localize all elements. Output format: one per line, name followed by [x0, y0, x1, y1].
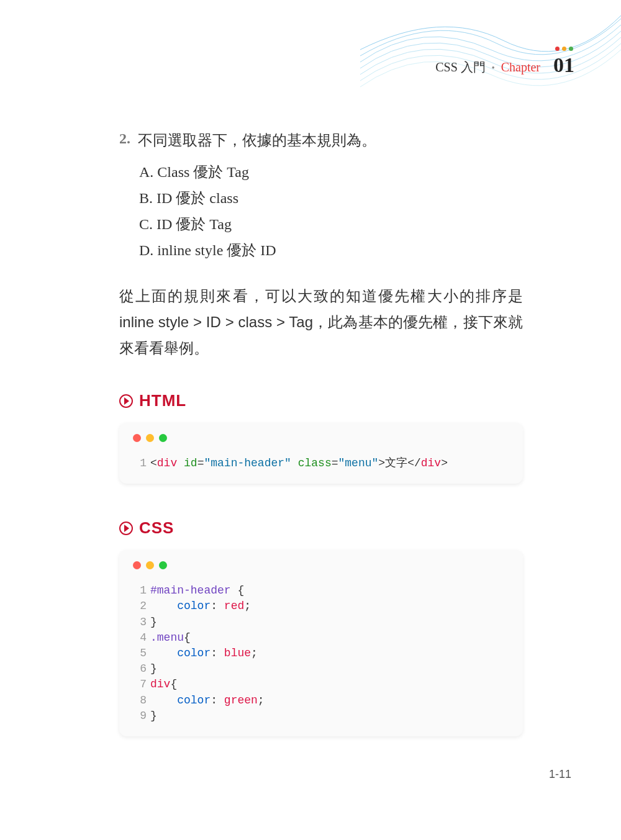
chapter-badge: 01 [553, 47, 574, 77]
breadcrumb: CSS 入門 ● Chapter [435, 59, 540, 76]
play-icon [119, 394, 133, 408]
code-line: 9} [133, 708, 509, 724]
section-title: HTML [139, 391, 186, 410]
code-line: 1<div id="main-header" class="menu">文字</… [133, 456, 509, 471]
code-block-css: 1#main-header { 2 color: red; 3} 4.menu{… [119, 550, 523, 736]
list-title: 不同選取器下，依據的基本規則為。 [138, 130, 376, 150]
sublist-item: D. inline style 優於 ID [139, 237, 523, 263]
section-head-css: CSS [119, 518, 523, 538]
window-dots-icon [133, 561, 509, 569]
breadcrumb-chapter: Chapter [501, 60, 540, 75]
page-content: 2. 不同選取器下，依據的基本規則為。 A. Class 優於 Tag B. I… [119, 130, 523, 736]
chapter-dots-icon [553, 47, 574, 51]
sublist-item: C. ID 優於 Tag [139, 211, 523, 237]
section-head-html: HTML [119, 391, 523, 410]
code-line: 7div{ [133, 677, 509, 692]
sublist-item: B. ID 優於 class [139, 185, 523, 211]
code-line: 8 color: green; [133, 693, 509, 708]
breadcrumb-title: CSS 入門 [435, 59, 486, 76]
code-line: 5 color: blue; [133, 646, 509, 661]
section-title: CSS [139, 518, 174, 538]
breadcrumb-separator-icon: ● [492, 65, 495, 70]
code-line: 1#main-header { [133, 583, 509, 598]
code-line: 3} [133, 615, 509, 630]
code-block-html: 1<div id="main-header" class="menu">文字</… [119, 423, 523, 484]
sublist-item: A. Class 優於 Tag [139, 159, 523, 185]
code-line: 4.menu{ [133, 630, 509, 646]
code-line: 6} [133, 661, 509, 677]
numbered-list-item: 2. 不同選取器下，依據的基本規則為。 [119, 130, 523, 150]
body-paragraph: 從上面的規則來看，可以大致的知道優先權大小的排序是 inline style >… [119, 283, 523, 361]
window-dots-icon [133, 434, 509, 442]
sublist: A. Class 優於 Tag B. ID 優於 class C. ID 優於 … [139, 159, 523, 263]
page-number: 1-11 [549, 768, 571, 781]
play-icon [119, 522, 133, 535]
chapter-number: 01 [553, 53, 574, 77]
code-line: 2 color: red; [133, 598, 509, 614]
list-number: 2. [119, 130, 130, 150]
